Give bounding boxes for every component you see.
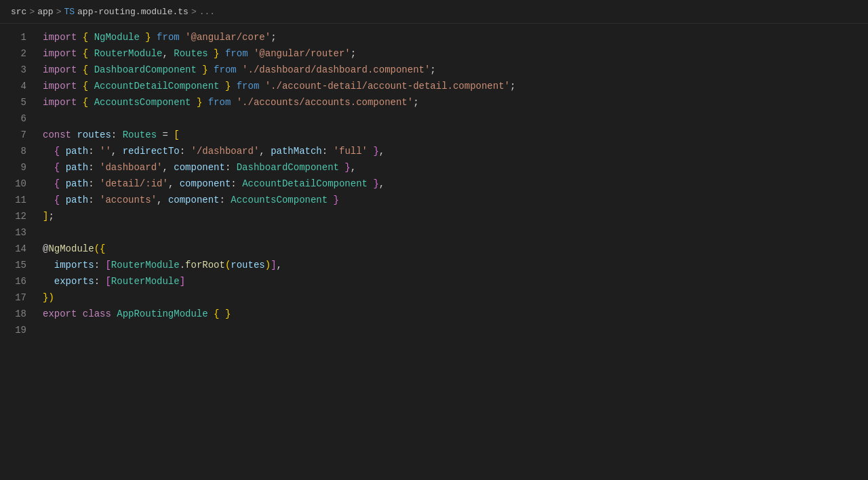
code-line-5: import { AccountsComponent } from './acc… bbox=[37, 94, 868, 111]
line-number-8: 8 bbox=[5, 143, 26, 159]
line-number-19: 19 bbox=[5, 322, 26, 338]
line-number-10: 10 bbox=[5, 176, 26, 192]
line-number-11: 11 bbox=[5, 192, 26, 208]
breadcrumb-ellipsis: ... bbox=[199, 7, 215, 17]
line-number-18: 18 bbox=[5, 306, 26, 322]
breadcrumb-sep3: > bbox=[191, 7, 197, 17]
breadcrumb-src[interactable]: src bbox=[11, 7, 26, 17]
line-number-12: 12 bbox=[5, 208, 26, 224]
editor-area: 1 2 3 4 5 6 7 8 9 10 11 12 13 14 15 16 1… bbox=[0, 24, 868, 480]
line-number-15: 15 bbox=[5, 257, 26, 273]
line-numbers: 1 2 3 4 5 6 7 8 9 10 11 12 13 14 15 16 1… bbox=[0, 24, 37, 480]
breadcrumb-filename[interactable]: app-routing.module.ts bbox=[77, 7, 189, 17]
breadcrumb-bar: src > app > TS app-routing.module.ts > .… bbox=[0, 0, 868, 24]
line-number-16: 16 bbox=[5, 273, 26, 289]
code-line-1: import { NgModule } from '@angular/core'… bbox=[37, 29, 868, 45]
line-number-9: 9 bbox=[5, 159, 26, 176]
code-line-17: }) bbox=[37, 289, 868, 306]
code-line-10: { path: 'detail/:id', component: Account… bbox=[37, 176, 868, 192]
line-number-14: 14 bbox=[5, 241, 26, 257]
breadcrumb-app[interactable]: app bbox=[37, 7, 53, 17]
code-line-9: { path: 'dashboard', component: Dashboar… bbox=[37, 159, 868, 176]
code-line-3: import { DashboardComponent } from './da… bbox=[37, 62, 868, 78]
line-number-5: 5 bbox=[5, 94, 26, 111]
breadcrumb-ts-badge: TS bbox=[64, 7, 75, 17]
code-area[interactable]: import { NgModule } from '@angular/core'… bbox=[37, 24, 868, 480]
code-line-7: const routes: Routes = [ bbox=[37, 127, 868, 143]
code-line-13 bbox=[37, 224, 868, 241]
code-line-19 bbox=[37, 322, 868, 338]
code-line-6 bbox=[37, 111, 868, 127]
breadcrumb-sep1: > bbox=[29, 7, 35, 17]
line-number-13: 13 bbox=[5, 224, 26, 241]
code-line-8: { path: '', redirectTo: '/dashboard', pa… bbox=[37, 143, 868, 159]
code-line-4: import { AccountDetailComponent } from '… bbox=[37, 78, 868, 94]
code-line-2: import { RouterModule, Routes } from '@a… bbox=[37, 45, 868, 62]
line-number-2: 2 bbox=[5, 45, 26, 62]
code-line-14: @NgModule({ bbox=[37, 241, 868, 257]
breadcrumb-sep2: > bbox=[56, 7, 62, 17]
code-line-16: exports: [RouterModule] bbox=[37, 273, 868, 289]
code-line-18: export class AppRoutingModule { } bbox=[37, 306, 868, 322]
line-number-4: 4 bbox=[5, 78, 26, 94]
line-number-1: 1 bbox=[5, 29, 26, 45]
code-line-11: { path: 'accounts', component: AccountsC… bbox=[37, 192, 868, 208]
line-number-7: 7 bbox=[5, 127, 26, 143]
line-number-6: 6 bbox=[5, 111, 26, 127]
code-line-12: ]; bbox=[37, 208, 868, 224]
line-number-17: 17 bbox=[5, 289, 26, 306]
code-line-15: imports: [RouterModule.forRoot(routes)], bbox=[37, 257, 868, 273]
line-number-3: 3 bbox=[5, 62, 26, 78]
